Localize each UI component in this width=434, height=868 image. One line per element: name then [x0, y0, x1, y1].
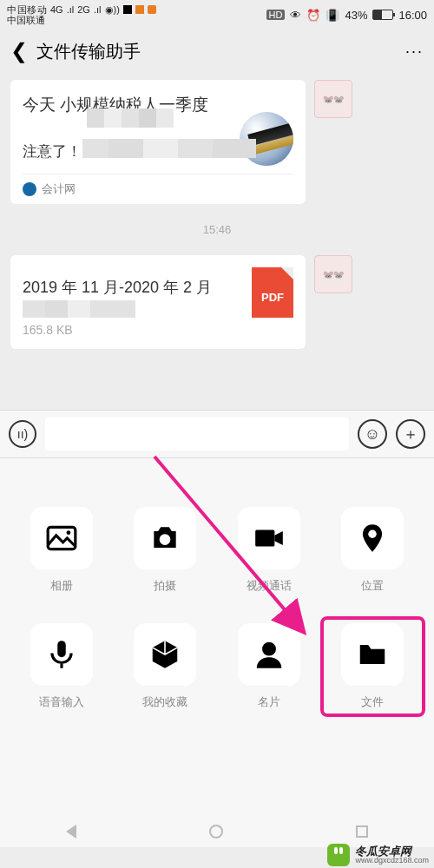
input-bar: ıı) ☺ ＋: [0, 410, 434, 458]
svg-rect-3: [255, 530, 274, 547]
sender-avatar[interactable]: [314, 255, 352, 293]
status-right: HD 👁 ⏰ 📳 43% 16:00: [266, 9, 427, 22]
source-label: 会计网: [42, 181, 76, 197]
nav-back[interactable]: [66, 825, 76, 838]
chat-area: 今天 小规模纳税人一季度 注意了！ 会计网 15:46 2019 年 11 月-…: [0, 73, 434, 356]
pdf-icon: PDF: [252, 267, 293, 318]
sender-avatar[interactable]: [314, 80, 352, 118]
nav-home[interactable]: [209, 825, 223, 838]
voice-toggle[interactable]: ıı): [9, 420, 36, 448]
watermark-icon: [327, 844, 350, 866]
alarm-icon: ⏰: [306, 9, 320, 22]
panel-videocall[interactable]: 视频通话: [223, 507, 315, 594]
video-icon: [253, 522, 286, 555]
message-file[interactable]: 2019 年 11 月-2020 年 2 月 PDF 165.8 KB: [10, 255, 424, 349]
file-size: 165.8 KB: [23, 323, 293, 337]
source-icon: [23, 182, 36, 196]
panel-camera[interactable]: 拍摄: [120, 507, 212, 594]
svg-point-6: [262, 642, 276, 656]
system-nav: [0, 816, 434, 847]
nav-recent[interactable]: [356, 825, 368, 838]
back-button[interactable]: ❮: [10, 39, 31, 63]
page-title: 文件传输助手: [36, 40, 405, 63]
more-button[interactable]: ···: [405, 43, 424, 61]
battery-icon: [372, 10, 393, 20]
article-source-row: 会计网: [23, 174, 293, 197]
panel-contact[interactable]: 名片: [223, 623, 315, 710]
folder-icon: [356, 638, 389, 671]
svg-point-4: [369, 530, 378, 539]
panel-album[interactable]: 相册: [16, 507, 108, 594]
eye-icon: 👁: [290, 9, 301, 22]
svg-rect-5: [57, 641, 66, 657]
file-subtitle: [23, 299, 212, 318]
svg-point-2: [160, 534, 171, 545]
vibrate-icon: 📳: [326, 9, 339, 22]
battery-pct: 43%: [345, 9, 367, 22]
panel-favorites[interactable]: 我的收藏: [120, 623, 212, 710]
panel-voiceinput[interactable]: 语音输入: [16, 623, 108, 710]
clock: 16:00: [398, 9, 427, 22]
redaction: [82, 139, 256, 158]
panel-location[interactable]: 位置: [327, 507, 419, 594]
file-title: 2019 年 11 月-2020 年 2 月: [23, 276, 212, 299]
location-icon: [356, 522, 389, 555]
redaction: [87, 108, 174, 128]
carrier2: 中国联通: [7, 15, 156, 25]
attachment-panel: 相册 拍摄 视频通话 位置 语音输入 我的收藏 名片 文件: [0, 458, 434, 816]
redaction: [23, 300, 135, 318]
status-bar: 中国移动 4G .ıl 2G .ıl ◉)) 中国联通 HD 👁 ⏰ 📳 43%…: [0, 0, 434, 30]
camera-icon: [148, 522, 181, 555]
net1: 4G: [50, 4, 63, 15]
plus-button[interactable]: ＋: [396, 419, 425, 449]
status-carriers: 中国移动 4G .ıl 2G .ıl ◉)) 中国联通: [7, 4, 156, 25]
cube-icon: [148, 638, 181, 671]
emoji-button[interactable]: ☺: [358, 419, 387, 449]
svg-point-1: [66, 530, 70, 535]
time-divider: 15:46: [10, 223, 424, 236]
panel-file[interactable]: 文件: [320, 616, 426, 717]
mic-icon: [45, 638, 78, 671]
carrier1: 中国移动: [7, 4, 47, 15]
hd-badge: HD: [266, 10, 286, 20]
image-icon: [45, 522, 78, 555]
net2: 2G: [77, 4, 90, 15]
message-input[interactable]: [45, 418, 349, 450]
watermark: 冬瓜安卓网 www.dgxcdz168.com: [327, 844, 429, 866]
header-bar: ❮ 文件传输助手 ···: [0, 30, 434, 73]
person-icon: [253, 638, 286, 671]
